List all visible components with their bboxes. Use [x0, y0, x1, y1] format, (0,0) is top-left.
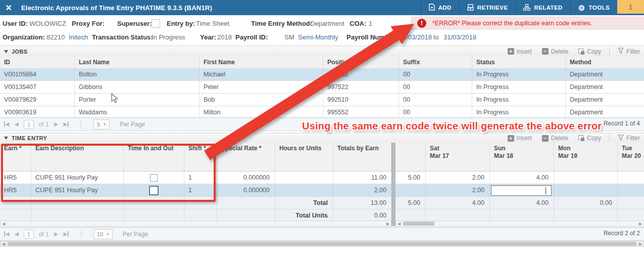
title-bar: × Electronic Approvals of Time Entry PHA… [0, 0, 644, 15]
first-page-button[interactable]: ◀ [4, 231, 9, 237]
close-button[interactable]: × [0, 0, 17, 15]
page-title: Electronic Approvals of Time Entry PHATI… [21, 4, 421, 12]
copy-icon [578, 135, 584, 141]
toolbar-divider [609, 134, 610, 142]
next-page-button[interactable]: ▶ [54, 231, 58, 237]
hours-input-field[interactable] [491, 185, 552, 196]
error-banner: ! *ERROR* Please correct the duplicate e… [411, 16, 644, 30]
copy-button[interactable]: Copy [578, 135, 601, 142]
jobs-record-count: Record 1 of 4 [604, 120, 640, 127]
time-in-out-checkbox[interactable] [150, 174, 158, 182]
user-id-value: WOLOWICZ [29, 20, 66, 27]
left-pane-hscrollbar[interactable]: ◀▶ [0, 221, 391, 227]
superuser-checkbox[interactable] [152, 19, 160, 28]
prev-page-button[interactable]: ◀ [14, 121, 18, 127]
period-start-link[interactable]: 16/03/2018 [399, 33, 432, 41]
day-values-row[interactable]: 2.00 [395, 184, 644, 197]
insert-plus-icon: + [508, 135, 514, 142]
proxy-for-label: Proxy For: [72, 20, 105, 27]
chevron-down-icon: ▼ [106, 233, 109, 236]
time-entry-row[interactable]: HR5 CUPE 951 Hourly Pay 1 0.000000 11.00 [0, 172, 391, 184]
scrollbar-thumb[interactable] [8, 242, 636, 246]
page-of-label: of 1 [39, 231, 49, 238]
time-entry-section-bar: TIME ENTRY +Insert −Delete Copy Filter [0, 133, 644, 144]
day-columns-header: SatMar 17 SunMar 18 MonMar 19 TueMar 20 [395, 143, 644, 172]
last-page-button[interactable]: ▶ [63, 231, 68, 237]
time-entry-section-title: TIME ENTRY [12, 135, 508, 141]
error-message: *ERROR* Please correct the duplicate ear… [432, 20, 592, 27]
error-exclamation-icon: ! [417, 19, 426, 28]
jobs-table-header: ID Last Name First Name Position Suffix … [0, 56, 644, 69]
insert-button[interactable]: +Insert [508, 135, 532, 142]
chevron-down-icon: ▼ [103, 123, 106, 126]
per-page-select[interactable]: 10▼ [93, 229, 113, 239]
period-end-link[interactable]: 31/03/2018 [443, 33, 476, 41]
year-value: 2018 [217, 33, 232, 41]
related-label: RELATED [534, 5, 562, 11]
jobs-row[interactable]: V00879629 Porter Bob 992510 00 In Progre… [0, 94, 644, 106]
time-in-out-checkbox[interactable] [149, 186, 159, 195]
copy-icon [578, 49, 584, 55]
delete-button[interactable]: −Delete [542, 135, 569, 142]
organization-name-link[interactable]: Initech [69, 33, 88, 41]
next-page-button[interactable]: ▶ [54, 121, 58, 127]
related-sitemap-icon [523, 4, 530, 12]
payroll-id-desc-link[interactable]: Semi-Monthly [298, 33, 338, 41]
add-button[interactable]: ADD [421, 0, 459, 15]
jobs-section-title: JOBS [12, 49, 508, 55]
scrollbar-thumb[interactable] [403, 222, 434, 226]
insert-button[interactable]: +Insert [508, 48, 532, 55]
time-entry-row[interactable]: HR5 CUPE 951 Hourly Pay 1 0.000000 2.00 [0, 184, 391, 197]
total-row: Total 13.00 [0, 197, 391, 209]
year-label: Year: [200, 33, 216, 41]
copy-button[interactable]: Copy [578, 48, 601, 55]
tools-label: TOOLS [589, 5, 610, 11]
related-button[interactable]: RELATED [515, 0, 570, 15]
phatime-screen: × Electronic Approvals of Time Entry PHA… [0, 0, 644, 256]
organization-code: 82210 [46, 33, 65, 41]
transaction-status-label: Transaction Status: [92, 33, 153, 41]
page-number-box[interactable]: 1 [24, 230, 34, 239]
payroll-id-value: SM [284, 33, 294, 41]
period-to-label: to [433, 33, 439, 41]
time-entry-header: Earn * Earn Description Time In and Out … [0, 143, 391, 172]
jobs-row[interactable]: V00105864 Bolton Michael 995552 00 In Pr… [0, 68, 644, 81]
tools-button[interactable]: ⚙ TOOLS [570, 0, 617, 15]
toolbar-divider [609, 48, 610, 56]
last-page-button[interactable]: ▶ [63, 121, 68, 127]
filter-button[interactable]: Filter [618, 48, 640, 55]
time-entry-left-pane: Earn * Earn Description Time In and Out … [0, 143, 391, 222]
notification-count-badge[interactable]: 1 [617, 0, 644, 14]
transaction-status-value: In Progress [152, 33, 185, 41]
collapse-triangle-icon[interactable] [4, 137, 8, 140]
jobs-section-toolbar: +Insert −Delete Copy Filter [508, 48, 644, 56]
retrieve-label: RETRIEVE [477, 5, 508, 11]
first-page-button[interactable]: ◀ [4, 121, 9, 127]
add-label: ADD [438, 5, 452, 11]
page-of-label: of 1 [39, 121, 49, 128]
text-caret [546, 187, 546, 194]
payroll-number-value: 7 [391, 33, 395, 41]
time-entry-section-toolbar: +Insert −Delete Copy Filter [508, 134, 644, 142]
jobs-section-bar: JOBS +Insert −Delete Copy Filter [0, 46, 644, 57]
bottom-hscrollbar[interactable]: ◀▶ [0, 241, 644, 247]
jobs-row[interactable]: V00135407 Gibbons Peter 997522 00 In Pro… [0, 81, 644, 94]
filter-funnel-icon [618, 135, 624, 142]
organization-label: Organization: [3, 33, 45, 41]
per-page-select[interactable]: 5▼ [93, 119, 110, 130]
day-pane-hscrollbar[interactable]: ◀▶ [395, 221, 644, 227]
superuser-label: Superuser: [117, 20, 152, 27]
retrieve-button[interactable]: RETRIEVE [459, 0, 516, 15]
prev-page-button[interactable]: ◀ [14, 231, 18, 237]
delete-minus-icon: − [542, 48, 549, 55]
day-values-row[interactable]: 5.00 2.00 4.00 [395, 172, 644, 184]
add-document-icon [429, 4, 435, 12]
time-entry-method-label: Time Entry Method: [251, 20, 312, 27]
page-number-box[interactable]: 1 [24, 120, 34, 129]
filter-button[interactable]: Filter [618, 135, 640, 142]
payroll-number-label: Payroll Number: [346, 33, 397, 41]
payroll-id-label: Payroll ID: [235, 33, 268, 41]
coa-value: 1 [369, 20, 372, 27]
collapse-triangle-icon[interactable] [4, 50, 8, 53]
delete-button[interactable]: −Delete [542, 48, 569, 55]
